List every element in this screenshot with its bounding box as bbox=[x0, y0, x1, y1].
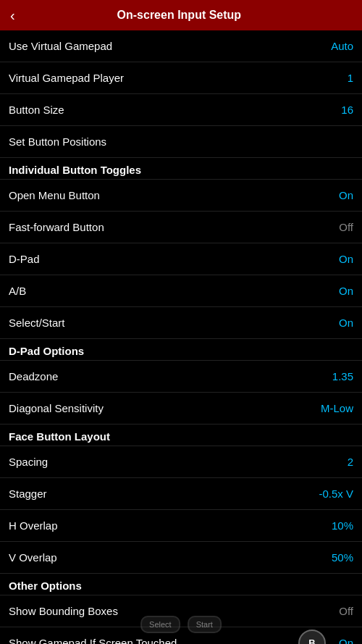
row-ab[interactable]: A/B On bbox=[0, 275, 362, 307]
section-other-options: Other Options bbox=[0, 574, 362, 595]
gamepad-b-icon: B bbox=[298, 630, 326, 645]
row-value-show-gamepad-if-screen-touched: On bbox=[339, 637, 353, 644]
row-button-size[interactable]: Button Size 16 bbox=[0, 94, 362, 126]
row-value-h-overlap: 10% bbox=[332, 519, 353, 532]
row-label-v-overlap: V Overlap bbox=[9, 551, 57, 564]
row-value-deadzone: 1.35 bbox=[332, 370, 353, 382]
row-label-d-pad: D-Pad bbox=[9, 253, 40, 265]
row-value-stagger: -0.5x V bbox=[319, 488, 353, 500]
row-h-overlap[interactable]: H Overlap 10% bbox=[0, 510, 362, 542]
row-label-fast-forward-button: Fast-forward Button bbox=[9, 221, 104, 233]
row-v-overlap[interactable]: V Overlap 50% bbox=[0, 542, 362, 574]
row-label-open-menu-button: Open Menu Button bbox=[9, 189, 100, 201]
row-value-spacing: 2 bbox=[348, 456, 353, 468]
row-value-d-pad: On bbox=[339, 253, 353, 265]
back-button[interactable]: ‹ bbox=[0, 7, 25, 24]
row-value-diagonal-sensitivity: M-Low bbox=[321, 402, 353, 414]
row-label-diagonal-sensitivity: Diagonal Sensitivity bbox=[9, 402, 104, 414]
section-d-pad-options: D-Pad Options bbox=[0, 339, 362, 361]
row-deadzone[interactable]: Deadzone 1.35 bbox=[0, 361, 362, 393]
row-value-v-overlap: 50% bbox=[332, 551, 353, 564]
row-value-select-start: On bbox=[339, 317, 353, 329]
row-virtual-gamepad-player[interactable]: Virtual Gamepad Player 1 bbox=[0, 62, 362, 94]
row-label-use-virtual-gamepad: Use Virtual Gamepad bbox=[9, 40, 112, 52]
row-label-h-overlap: H Overlap bbox=[9, 519, 58, 532]
row-value-use-virtual-gamepad: Auto bbox=[331, 40, 353, 52]
row-label-show-bounding-boxes: Show Bounding Boxes bbox=[9, 605, 118, 617]
row-diagonal-sensitivity[interactable]: Diagonal Sensitivity M-Low bbox=[0, 393, 362, 425]
section-face-button-layout: Face Button Layout bbox=[0, 425, 362, 446]
row-value-virtual-gamepad-player: 1 bbox=[348, 72, 353, 84]
header: ‹ On-screen Input Setup bbox=[0, 0, 362, 30]
row-stagger[interactable]: Stagger -0.5x V bbox=[0, 478, 362, 510]
row-value-button-size: 16 bbox=[341, 104, 353, 116]
row-label-deadzone: Deadzone bbox=[9, 370, 58, 382]
section-individual-button-toggles: Individual Button Toggles bbox=[0, 158, 362, 180]
row-set-button-positions[interactable]: Set Button Positions bbox=[0, 126, 362, 158]
row-label-select-start: Select/Start bbox=[9, 317, 65, 329]
row-open-menu-button[interactable]: Open Menu Button On bbox=[0, 180, 362, 212]
row-label-show-gamepad-if-screen-touched: Show Gamepad If Screen Touched bbox=[9, 637, 177, 644]
row-spacing[interactable]: Spacing 2 bbox=[0, 446, 362, 478]
row-show-gamepad-if-screen-touched[interactable]: Show Gamepad If Screen Touched B On bbox=[0, 627, 362, 644]
section-title-face-button-layout: Face Button Layout bbox=[9, 430, 110, 443]
row-value-show-bounding-boxes: Off bbox=[339, 605, 353, 617]
row-value-fast-forward-button: Off bbox=[339, 221, 353, 233]
section-title-d-pad-options: D-Pad Options bbox=[9, 345, 84, 357]
row-value-open-menu-button: On bbox=[339, 189, 353, 201]
row-label-spacing: Spacing bbox=[9, 456, 48, 468]
row-select-start[interactable]: Select/Start On bbox=[0, 307, 362, 339]
row-value-ab: On bbox=[339, 285, 353, 297]
row-fast-forward-button[interactable]: Fast-forward Button Off bbox=[0, 212, 362, 243]
section-title-other-options: Other Options bbox=[9, 580, 82, 592]
row-label-set-button-positions: Set Button Positions bbox=[9, 135, 106, 148]
row-label-button-size: Button Size bbox=[9, 104, 64, 116]
row-label-ab: A/B bbox=[9, 285, 26, 297]
section-title-individual-button-toggles: Individual Button Toggles bbox=[9, 164, 141, 176]
header-title: On-screen Input Setup bbox=[25, 9, 362, 22]
row-d-pad[interactable]: D-Pad On bbox=[0, 243, 362, 275]
row-show-bounding-boxes[interactable]: Show Bounding Boxes Off bbox=[0, 595, 362, 627]
row-label-virtual-gamepad-player: Virtual Gamepad Player bbox=[9, 72, 124, 84]
row-label-stagger: Stagger bbox=[9, 488, 47, 500]
row-use-virtual-gamepad[interactable]: Use Virtual Gamepad Auto bbox=[0, 30, 362, 62]
